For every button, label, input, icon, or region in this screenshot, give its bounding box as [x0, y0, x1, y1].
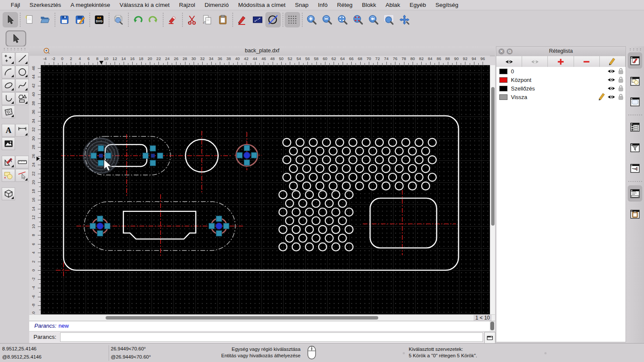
command-input[interactable] — [60, 332, 483, 342]
paste-button[interactable] — [215, 12, 231, 27]
ruler-tick — [38, 226, 41, 227]
tool-text-button[interactable]: A — [2, 124, 15, 137]
layer-toolbar-plus[interactable] — [548, 56, 574, 67]
snapfree-button[interactable] — [265, 12, 281, 27]
menu-a-megtekint-se[interactable]: A megtekintése — [66, 0, 115, 10]
layer-color-swatch[interactable] — [499, 94, 507, 100]
command-history-scrollbar-thumb[interactable] — [490, 322, 494, 330]
layer-row[interactable]: Szellőzés — [496, 84, 626, 93]
layer-lock-icon[interactable] — [616, 67, 626, 75]
tool-block-button[interactable] — [2, 169, 15, 182]
tool-line-button[interactable] — [15, 52, 29, 65]
menu-dimenzi-[interactable]: Dimenzió — [200, 0, 233, 10]
tool-image-button[interactable] — [2, 137, 15, 150]
ruler-tick — [38, 68, 41, 69]
copy-button[interactable]: + — [200, 12, 215, 27]
layer-row[interactable]: Központ — [496, 75, 626, 84]
layer-visibility-eye-icon[interactable] — [607, 92, 616, 102]
menu-szerkeszt-s[interactable]: Szerkesztés — [25, 0, 66, 10]
layer-color-swatch[interactable] — [499, 69, 507, 74]
horizontal-scrollbar-thumb[interactable] — [106, 316, 378, 320]
layer-lock-icon[interactable] — [616, 76, 626, 84]
layer-row[interactable]: Vissza — [496, 93, 626, 101]
tool-polygon-button[interactable] — [15, 92, 29, 105]
layer-color-swatch[interactable] — [499, 86, 507, 91]
tool-circle-button[interactable] — [15, 66, 29, 78]
menu-m-dos-tsa-a-c-met[interactable]: Módosítsa a címet — [234, 0, 290, 10]
vertical-scrollbar[interactable] — [490, 65, 495, 314]
new-button[interactable] — [22, 12, 37, 27]
w-layers-toggle-button[interactable] — [628, 52, 642, 69]
redo-button[interactable] — [146, 12, 161, 27]
w-pen-toggle-button[interactable] — [628, 160, 642, 176]
select-tool-button[interactable] — [6, 30, 26, 47]
tool-box3d-button[interactable] — [2, 187, 15, 200]
cut-button[interactable]: + — [184, 12, 200, 27]
vent-hole — [395, 182, 404, 190]
w-command-toggle-button[interactable] — [628, 185, 642, 202]
command-history-scrollbar[interactable] — [489, 321, 495, 331]
w-library-toggle-button[interactable] — [628, 94, 642, 110]
layer-visibility-eye-icon[interactable] — [607, 66, 616, 76]
tool-arc-button[interactable] — [2, 66, 15, 78]
vertical-scrollbar-thumb[interactable] — [491, 87, 495, 226]
menu-ablak[interactable]: Ablak — [381, 0, 405, 10]
tool-selectline-button[interactable] — [15, 169, 29, 182]
w-blocks-toggle-button[interactable] — [628, 73, 642, 89]
layer-visibility-eye-icon[interactable] — [607, 84, 616, 93]
open-button[interactable] — [37, 12, 53, 27]
tool-spline-button[interactable] — [15, 79, 29, 92]
menu-snap[interactable]: Snap — [290, 0, 313, 10]
distance-button[interactable] — [250, 12, 265, 27]
ruler-label: 64 — [338, 56, 347, 61]
menu-rajzol[interactable]: Rajzol — [174, 0, 200, 10]
undo-button[interactable] — [130, 12, 146, 27]
layer-toolbar-eye-dark[interactable] — [496, 56, 522, 67]
layer-lock-icon[interactable] — [616, 84, 626, 92]
zoomredraw-button[interactable] — [350, 12, 366, 27]
tool-polyline-button[interactable] — [2, 92, 15, 105]
tool-dim-button[interactable] — [15, 124, 29, 137]
pen-button[interactable] — [234, 12, 250, 27]
w-filter-toggle-button[interactable] — [628, 139, 642, 156]
zoompan-button[interactable] — [397, 12, 412, 27]
menu-inf-[interactable]: Infó — [313, 0, 333, 10]
zoomin-button[interactable] — [304, 12, 319, 27]
save-button[interactable] — [57, 12, 72, 27]
saveas-button[interactable] — [72, 12, 88, 27]
menu-f-jl[interactable]: Fájl — [6, 0, 25, 10]
menu-r-teg[interactable]: Réteg — [332, 0, 357, 10]
eraser-button[interactable] — [165, 12, 180, 27]
zoomout-button[interactable] — [319, 12, 335, 27]
tool-ellipse-button[interactable] — [2, 79, 15, 92]
svg-button[interactable]: SVG — [91, 12, 107, 27]
layer-toolbar-minus[interactable] — [574, 56, 600, 67]
layer-visibility-eye-icon[interactable] — [607, 75, 616, 84]
printpreview-button[interactable] — [111, 12, 126, 27]
tool-points-button[interactable] — [2, 52, 15, 65]
horizontal-scrollbar[interactable]: 1 < 10 — [29, 314, 495, 321]
w-clipboard-toggle-button[interactable] — [628, 206, 642, 222]
zoomwindow-button[interactable] — [381, 12, 397, 27]
tool-hatch-button[interactable] — [2, 106, 15, 118]
tool-modify-button[interactable] — [2, 156, 15, 169]
keyboard-toggle-button[interactable] — [484, 332, 495, 344]
layer-toolbar-pencil[interactable] — [600, 56, 626, 67]
menu-blokk[interactable]: Blokk — [357, 0, 381, 10]
menu-egy-b[interactable]: Egyéb — [405, 0, 431, 10]
select-button[interactable] — [3, 12, 18, 27]
layer-color-swatch[interactable] — [499, 77, 507, 83]
layer-row[interactable]: 0 — [496, 67, 626, 75]
zoomprev-button[interactable] — [366, 12, 381, 27]
zoomauto-button[interactable] — [335, 12, 350, 27]
drawing-window-titlebar[interactable]: back_plate.dxf — [29, 46, 495, 56]
drawing-canvas[interactable] — [41, 65, 490, 314]
tool-measure-button[interactable] — [15, 156, 29, 169]
vent-hole — [325, 217, 334, 225]
menu-v-lassza-ki-a-c-met[interactable]: Válassza ki a címet — [115, 0, 174, 10]
layer-lock-icon[interactable] — [616, 93, 626, 101]
menu-seg-ts-g[interactable]: Segítség — [431, 0, 463, 10]
snapgrid-button[interactable] — [285, 12, 300, 27]
layer-toolbar-eye-grey[interactable] — [522, 56, 548, 67]
w-list-toggle-button[interactable] — [628, 119, 642, 135]
